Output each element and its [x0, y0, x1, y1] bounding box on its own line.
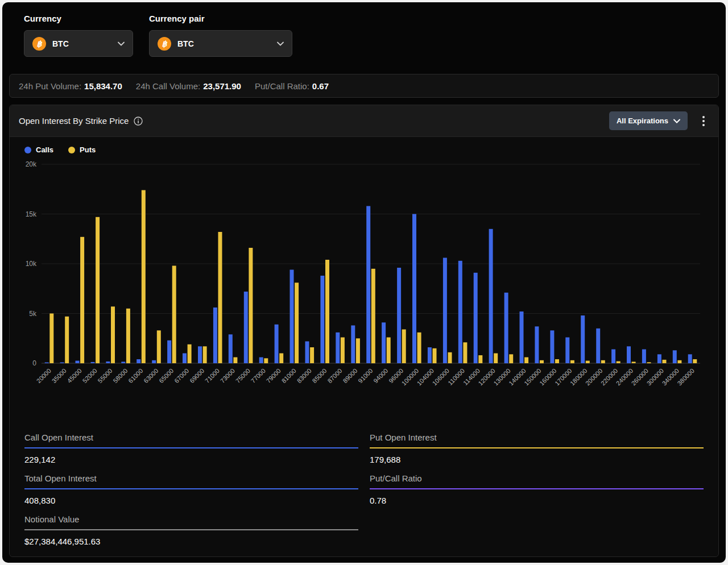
chevron-down-icon: [673, 119, 680, 123]
x-axis-label: 77000: [250, 367, 267, 384]
puts-legend-label: Puts: [80, 146, 96, 154]
call-open-interest-label: Call Open Interest: [24, 433, 358, 448]
put-volume-stat: 24h Put Volume:15,834.70: [19, 81, 122, 91]
call-bar: [627, 346, 631, 363]
call-bar: [673, 350, 677, 363]
calls-legend-label: Calls: [36, 146, 53, 154]
put-bar: [586, 361, 590, 363]
put-volume-value: 15,834.70: [84, 81, 122, 91]
y-axis-label: 10k: [26, 260, 37, 268]
call-bar: [259, 358, 263, 364]
call-bar: [489, 229, 493, 363]
notional-value-value: $27,384,446,951.63: [24, 530, 358, 546]
call-bar: [581, 315, 585, 363]
put-bar: [65, 317, 69, 363]
notional-value-stat: Notional Value $27,384,446,951.63: [24, 510, 358, 551]
call-bar: [565, 338, 569, 364]
put-bar: [617, 362, 621, 364]
put-bar: [371, 269, 375, 363]
call-bar: [504, 293, 508, 363]
kebab-menu-icon[interactable]: [698, 114, 709, 128]
options-dashboard: Currency ฿ BTC Currency pair ฿ BTC: [2, 2, 726, 563]
bitcoin-icon: ฿: [158, 37, 171, 51]
put-bar: [356, 338, 360, 363]
currency-pair-select[interactable]: ฿ BTC: [149, 30, 292, 57]
put-bar: [601, 360, 605, 363]
call-bar: [412, 214, 416, 364]
call-volume-value: 23,571.90: [203, 81, 241, 91]
call-bar: [76, 361, 80, 363]
call-bar: [474, 273, 478, 363]
put-call-ratio-summary-label: Put/Call Ratio: [370, 473, 704, 489]
call-bar: [229, 334, 233, 363]
currency-pair-label: Currency pair: [149, 14, 292, 23]
x-axis-label: 63000: [142, 367, 159, 384]
put-bar: [433, 348, 437, 363]
x-axis-label: 85000: [311, 367, 328, 384]
filter-panel: Currency ฿ BTC Currency pair ฿ BTC: [9, 8, 719, 67]
call-volume-stat: 24h Call Volume:23,571.90: [136, 81, 241, 91]
put-bar: [494, 354, 498, 364]
put-bar: [233, 358, 237, 364]
y-axis-label: 15k: [26, 210, 37, 218]
put-bar: [96, 217, 100, 363]
call-bar: [458, 261, 462, 363]
call-bar: [657, 354, 661, 363]
call-bar: [106, 362, 110, 363]
x-axis-label: 91000: [357, 367, 374, 384]
call-bar: [642, 350, 646, 364]
x-axis-label: 67000: [173, 367, 190, 384]
put-call-ratio-summary-value: 0.78: [370, 489, 704, 505]
put-bar: [509, 354, 513, 363]
put-bar: [157, 330, 161, 363]
x-axis-label: 52000: [81, 367, 98, 384]
call-bar: [183, 354, 187, 364]
x-axis-label: 81000: [280, 367, 297, 384]
put-bar: [540, 360, 544, 363]
legend-item-calls[interactable]: Calls: [24, 146, 53, 154]
total-open-interest-value: 408,830: [24, 489, 358, 505]
put-bar: [172, 266, 176, 364]
call-bar: [91, 362, 95, 363]
call-bar: [213, 308, 217, 363]
put-bar: [80, 237, 84, 363]
call-bar: [366, 206, 370, 364]
put-bar: [555, 359, 559, 363]
put-call-ratio-label: Put/Call Ratio:: [255, 81, 309, 91]
call-bar: [520, 311, 524, 363]
x-axis-label: 69000: [188, 367, 205, 384]
card-title: Open Interest By Strike Price: [19, 116, 129, 126]
currency-select[interactable]: ฿ BTC: [24, 30, 133, 57]
x-axis-label: 61000: [127, 367, 144, 384]
info-icon[interactable]: [134, 117, 143, 126]
expirations-dropdown-button[interactable]: All Expirations: [609, 111, 688, 130]
calls-legend-dot: [24, 147, 31, 153]
screenshot-frame: Currency ฿ BTC Currency pair ฿ BTC: [0, 0, 728, 565]
put-bar: [325, 260, 329, 363]
put-bar: [448, 352, 452, 363]
call-bar: [290, 270, 294, 364]
x-axis-label: 71000: [204, 367, 221, 384]
call-bar: [397, 268, 401, 363]
put-bar: [279, 354, 283, 364]
legend-item-puts[interactable]: Puts: [68, 146, 96, 154]
x-axis-label: 87000: [326, 367, 343, 384]
put-bar: [417, 333, 421, 363]
oi-chart-svg: 05k10k15k20k2000035000450005200055000580…: [16, 156, 706, 411]
call-bar: [550, 330, 554, 363]
call-bar: [688, 354, 692, 363]
put-bar: [632, 362, 636, 363]
y-axis-label: 5k: [29, 310, 37, 318]
put-bar: [203, 346, 207, 363]
oi-chart: 05k10k15k20k2000035000450005200055000580…: [10, 155, 718, 413]
summary-grid: Call Open Interest 229,142 Put Open Inte…: [10, 426, 718, 556]
put-bar: [218, 232, 222, 363]
x-axis-label: 79000: [265, 367, 282, 384]
call-bar: [336, 333, 340, 363]
put-bar: [341, 338, 345, 364]
put-call-ratio-value: 0.67: [312, 81, 329, 91]
call-bar: [275, 325, 279, 363]
puts-legend-dot: [68, 147, 75, 153]
put-volume-label: 24h Put Volume:: [19, 81, 81, 91]
open-interest-card: Open Interest By Strike Price All Expira…: [9, 105, 719, 557]
